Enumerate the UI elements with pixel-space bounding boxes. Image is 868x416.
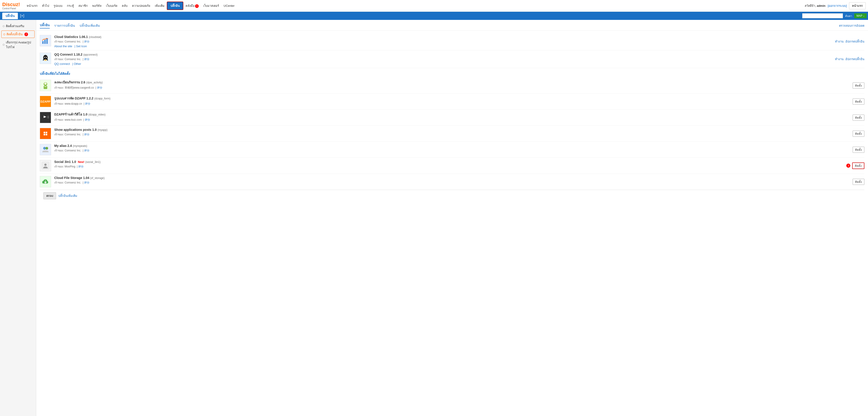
nav-addons[interactable]: เพิ่มเติม — [153, 2, 167, 9]
plugin-info-myapp: Show applications posts 1.0 (myapp) เจ้า… — [54, 128, 849, 137]
install-button-myapp[interactable]: ติดตั้ง — [852, 131, 864, 137]
plugin-author-cloudstat: เจ้าของ: Comsenz Inc. | 评分 — [54, 39, 832, 43]
plugin-author-qqconnect: เจ้าของ: Comsenz Inc. | 评分 — [54, 57, 832, 61]
bullet-icon-avatar — [3, 44, 4, 46]
rating-link-dzapp-video[interactable]: 评分 — [85, 118, 90, 121]
plugin-info-dzapp-form: รูปแบบสารพัด DZAPP 1.2.2 (dzapp_form) เจ… — [54, 96, 849, 107]
rating-link-myrepeats[interactable]: 评分 — [84, 149, 90, 152]
plugin-author-dpw-activity: เจ้าของ: 草根吧|www.caogen8.co | 评分 — [54, 86, 849, 90]
activate-link-qqconnect[interactable]: ทำงาน — [835, 57, 844, 61]
set-icon-link[interactable]: | Set Icon — [74, 44, 87, 48]
social3in1-badge: 3 — [846, 164, 850, 168]
plugin-icon-social3in1 — [40, 160, 51, 171]
install-button-dzapp-video[interactable]: ติดตั้ง — [852, 115, 864, 121]
plugin-info-dzapp-video: DZAPPร้านค้าวีดีโอ 1.0 (dzapp_video) เจ้… — [54, 112, 849, 123]
install-button-myrepeats[interactable]: ติดตั้ง — [852, 147, 864, 153]
tab-add[interactable]: [+] — [19, 14, 26, 18]
plugin-title-cloudstat: Cloud Statistics 1.06.1 (cloudstat) — [54, 35, 832, 39]
rating-link-dpw[interactable]: 评分 — [97, 86, 102, 89]
svg-rect-18 — [43, 134, 45, 135]
main-nav: หน้าแรก ทั่วไป รูปแบบ กระทู้ สมาชิก พอร์… — [24, 2, 805, 10]
activate-link-cloudstat[interactable]: ทำงาน — [835, 39, 844, 44]
nav-plugin[interactable]: ปลั๊กอิน — [167, 2, 183, 10]
nav-home[interactable]: หน้าแรก — [24, 2, 40, 9]
nav-ucenter[interactable]: UCenter — [221, 3, 237, 8]
nav-club[interactable]: คลับ — [120, 2, 130, 9]
confirm-button[interactable]: ตกลง — [43, 192, 56, 199]
header: Discuz! Control Panel หน้าแรก ทั่วไป รูป… — [0, 0, 868, 12]
search-button[interactable]: ค้นหา — [843, 13, 855, 19]
nav-tools[interactable]: คลังมือ1 — [183, 2, 201, 9]
svg-rect-14 — [47, 116, 49, 119]
plugin-icon-dzapp-form: DZAPP — [40, 96, 51, 107]
upgrade-link-qqconnect[interactable]: อัปเกรดปลั๊กอิน — [845, 57, 864, 61]
rating-link-social3in1[interactable]: 评分 — [78, 165, 84, 168]
rating-link-dzapp[interactable]: 评分 — [85, 102, 90, 105]
search-box: ค้นหา — [802, 13, 855, 19]
search-input[interactable] — [802, 13, 843, 18]
svg-point-6 — [46, 57, 47, 58]
plugin-icon-myapp — [40, 128, 51, 139]
plugin-info-myrepeats: My alias 2.4 (myrepeats) เจ้าของ: Comsen… — [54, 144, 849, 153]
plugin-actions-social3in1: 3 ติดตั้ง — [846, 162, 864, 169]
content-tab-list[interactable]: รายการปลั๊กอิน — [54, 23, 75, 28]
content-tab-plugin[interactable]: ปลั๊กอิน — [40, 23, 50, 29]
qq-connect-link[interactable]: QQ connect — [54, 62, 70, 66]
plugin-title-myapp: Show applications posts 1.0 (myapp) — [54, 128, 849, 131]
upgrade-link-cloudstat[interactable]: อัปเกรดปลั๊กอิน — [845, 39, 864, 44]
nav-security[interactable]: ความปลอดภัย — [130, 2, 153, 9]
plugin-row-xf-storage: Cloud File Storage 1.04 (xf_storage) เจ้… — [40, 174, 864, 190]
plugin-author-myrepeats: เจ้าของ: Comsenz Inc. | 评分 — [54, 148, 849, 153]
nav-style[interactable]: รูปแบบ — [51, 2, 65, 9]
nav-portal[interactable]: พอร์ทัล — [90, 2, 104, 9]
plugin-title-xf-storage: Cloud File Storage 1.04 (xf_storage) — [54, 176, 849, 180]
plugin-actions-qqconnect: ทำงาน อัปเกรดปลั๊กอิน — [835, 57, 864, 61]
bullet-icon — [3, 25, 4, 27]
check-update-link[interactable]: ตรวจสอบการอัปเดต — [839, 23, 864, 28]
rating-link-myapp[interactable]: 评分 — [84, 133, 90, 136]
tools-badge: 1 — [195, 4, 199, 8]
nav-webmaster[interactable]: เว็บมาสเตอร์ — [201, 2, 221, 9]
plugin-row-qqconnect: QQ Connect 1.18.2 (qqconnect) เจ้าของ: C… — [40, 51, 864, 68]
plugin-row-myrepeats: My alias 2.4 (myrepeats) เจ้าของ: Comsen… — [40, 142, 864, 158]
svg-rect-19 — [46, 134, 47, 135]
plugin-icon-dpw-activity — [40, 80, 51, 91]
svg-point-7 — [44, 59, 47, 61]
homepage-button[interactable]: หน้าแรก — [849, 2, 866, 9]
nav-general[interactable]: ทั่วไป — [40, 2, 51, 9]
nav-webboard[interactable]: เว็บบอร์ด — [104, 2, 120, 9]
content-tab-extras[interactable]: ปลั๊กอินเพิ่มเติม — [80, 23, 100, 28]
plugin-actions-cloudstat: ทำงาน อัปเกรดปลั๊กอิน — [835, 39, 864, 44]
tab-plugin-main[interactable]: ปลั๊กอิน — [2, 13, 18, 19]
plugin-actions-dpw-activity: ติดตั้ง — [852, 83, 864, 89]
nav-forum[interactable]: กระทู้ — [65, 2, 76, 9]
sidebar-item-install-plugin[interactable]: ติดตั้งปลั๊กอิน 2 — [1, 31, 35, 38]
logo: Discuz! Control Panel — [2, 2, 20, 10]
plugin-info-dpw-activity: ลงทะเบียนกิจกรรม 2.6 (dpw_activity) เจ้า… — [54, 80, 849, 91]
install-button-social3in1[interactable]: ติดตั้ง — [852, 162, 864, 169]
plugin-author-xf-storage: เจ้าของ: Comsenz Inc. | 评分 — [54, 180, 849, 185]
plugin-icon-cloudstat — [40, 35, 51, 46]
logout-link[interactable]: [ออกจากระบบ] — [828, 3, 847, 8]
nav-members[interactable]: สมาชิก — [76, 2, 90, 9]
rating-link-cloudstat[interactable]: 评分 — [84, 40, 90, 43]
rating-link-xf-storage[interactable]: 评分 — [84, 181, 90, 184]
install-button-dpw-activity[interactable]: ติดตั้ง — [852, 83, 864, 89]
map-button[interactable]: MAP ↓ — [854, 13, 867, 18]
bullet-icon-active — [3, 33, 5, 35]
install-button-xf-storage[interactable]: ติดตั้ง — [852, 179, 864, 185]
plugin-actions-xf-storage: ติดตั้ง — [852, 179, 864, 185]
layout: ติดตั้งส่วนเสริม ติดตั้งปลั๊กอิน 2 เลือก… — [0, 20, 868, 416]
plugin-title-dpw-activity: ลงทะเบียนกิจกรรม 2.6 (dpw_activity) — [54, 80, 849, 85]
sidebar-item-install-extras[interactable]: ติดตั้งส่วนเสริม — [0, 22, 36, 30]
more-plugins-link[interactable]: ปลั๊กอินเพิ่มเติม — [58, 193, 77, 198]
plugin-row-dpw-activity: ลงทะเบียนกิจกรรม 2.6 (dpw_activity) เจ้า… — [40, 77, 864, 94]
rating-link-qqconnect[interactable]: 评分 — [84, 58, 90, 61]
install-button-dzapp-form[interactable]: ติดตั้ง — [852, 98, 864, 105]
other-link[interactable]: | Other — [72, 62, 81, 66]
logo-subtitle: Control Panel — [2, 7, 16, 10]
tabs-bar: ปลั๊กอิน [+] ค้นหา MAP ↓ — [0, 12, 868, 20]
about-site-link[interactable]: About the site — [54, 44, 72, 48]
sidebar-item-avatar[interactable]: เลือกกรุป Avatar(รูปโปรไฟ — [0, 38, 36, 51]
logo-title: Discuz! — [2, 2, 20, 7]
